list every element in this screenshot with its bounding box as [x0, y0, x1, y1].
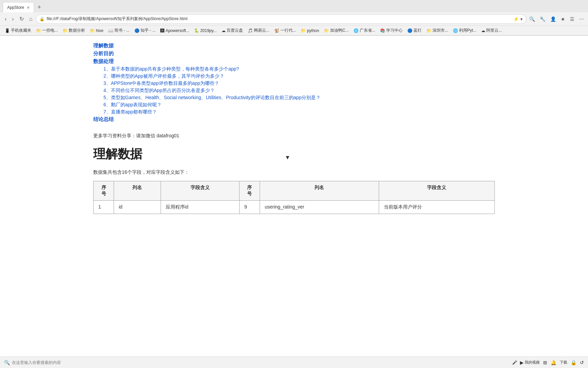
bookmark-icon: 📚 — [380, 28, 385, 33]
bookmark-label: 网易云... — [254, 28, 270, 33]
bookmark-label: 一行代... — [280, 28, 296, 33]
bookmark-aliyun[interactable]: ☁ 阿里云... — [479, 27, 504, 34]
bookmark-icon: 📁 — [301, 28, 306, 33]
toc-heading-conclusion[interactable]: 结论总结 — [93, 116, 495, 123]
menu-button[interactable]: ⋯ — [578, 16, 585, 22]
bookmark-guangdong[interactable]: 🌐 广东省... — [352, 27, 377, 34]
bookmark-label: 加油鸭C... — [330, 28, 349, 33]
share-text: 更多学习资料分享：请加微信 datafrog01 — [93, 133, 495, 139]
bookmarks-bar: 📱 手机收藏夹 📁 一些电... 📁 数据分析 📁 hive 📖 简书 - ..… — [0, 26, 588, 35]
address-bar[interactable]: 🔒 file:///F:/dataFrog/录制视频/Apowersoft/知乎… — [36, 14, 526, 24]
toc-item-1[interactable]: 1、基于本数据的app共有多少种类型，每种类型各有多少个app? — [103, 66, 495, 72]
toc-heading-processing[interactable]: 数据处理 — [93, 58, 495, 65]
bookmark-icon: 📁 — [90, 28, 95, 33]
profile-button[interactable]: 👤 — [549, 16, 557, 22]
bookmark-lantern[interactable]: 🔵 蓝灯 — [405, 27, 424, 34]
lock-icon: 🔒 — [39, 17, 45, 21]
bookmark-label: 简书 - ... — [114, 28, 130, 33]
bookmark-some[interactable]: 📁 一些电... — [34, 27, 60, 34]
browser-chrome: AppStore × + ‹ › ↻ ⌂ 🔒 file:///F:/dataFr… — [0, 0, 588, 36]
bookmark-shenzhen[interactable]: 📁 深圳市... — [424, 27, 450, 34]
header-col1: 列名 — [114, 181, 161, 201]
reload-button[interactable]: ↻ — [17, 14, 26, 24]
extensions-button[interactable]: 🔧 — [538, 16, 547, 22]
toc-item-5[interactable]: 5、类型如Games、Health、Social networking、Util… — [103, 95, 495, 101]
bookmark-label: 百度云盘 — [227, 28, 243, 33]
new-tab-button[interactable]: + — [35, 2, 44, 12]
toc-item-2[interactable]: 2、哪种类型的App被用户评价最多，其平均评价为多少？ — [103, 73, 495, 79]
bookmark-icon: 🔵 — [134, 28, 140, 33]
bookmark-label: 利用Pyt... — [459, 28, 476, 33]
bookmark-jiayouc[interactable]: 📁 加油鸭C... — [322, 27, 351, 34]
favorites-button[interactable]: ★ — [559, 16, 567, 22]
toc-list: 1、基于本数据的app共有多少种类型，每种类型各有多少个app? 2、哪种类型的… — [103, 66, 495, 115]
tab-title: AppStore — [7, 5, 24, 10]
bookmark-icon: 📁 — [324, 28, 329, 33]
bookmark-icon: 🎵 — [248, 28, 253, 33]
toc-section: 理解数据 分析目的 数据处理 1、基于本数据的app共有多少种类型，每种类型各有… — [93, 43, 495, 123]
bookmark-apowersoft[interactable]: 🅰 Apowersoft... — [158, 28, 191, 34]
toc-item-7[interactable]: 7、直播类app都有哪些？ — [103, 109, 495, 115]
bookmark-label: 蓝灯 — [413, 28, 422, 33]
tab-close-icon[interactable]: × — [27, 5, 30, 10]
bookmark-icon: 🔵 — [407, 28, 412, 33]
bookmark-label: 知乎 - ... — [141, 28, 156, 33]
bookmark-label: 数据分析 — [69, 28, 85, 33]
bookmark-label: 阿里云... — [486, 28, 502, 33]
lightning-icon[interactable]: ⚡ — [513, 16, 519, 22]
bookmark-hive[interactable]: 📁 hive — [88, 28, 105, 34]
bookmark-label: 广东省... — [360, 28, 375, 33]
browser-action-buttons: 🔍 🔧 👤 ★ ☰ ⋯ — [528, 16, 585, 22]
toc-heading-understand[interactable]: 理解数据 — [93, 43, 495, 49]
header-meaning2: 字段含义 — [379, 181, 494, 201]
bookmark-mobile[interactable]: 📱 手机收藏夹 — [3, 27, 33, 34]
navigation-toolbar: ‹ › ↻ ⌂ 🔒 file:///F:/dataFrog/录制视频/Apowe… — [0, 12, 588, 26]
section-desc: 数据集共包含16个字段，对应字段含义如下： — [93, 169, 495, 175]
home-button[interactable]: ⌂ — [27, 15, 35, 24]
cell-col2: usering_rating_ver — [260, 201, 379, 214]
bookmark-icon: 📱 — [5, 28, 10, 33]
section-title: 理解数据 — [93, 146, 495, 163]
toc-item-6[interactable]: 6、鹅厂的app表现如何呢？ — [103, 102, 495, 108]
bookmark-baidu-cloud[interactable]: ☁ 百度云盘 — [219, 27, 245, 34]
bookmark-label: 2019py... — [200, 28, 216, 33]
bookmark-icon: 🐒 — [274, 28, 279, 33]
bookmark-label: 学习中心 — [386, 28, 403, 33]
bookmark-2019py[interactable]: 🐍 2019py... — [192, 28, 218, 34]
header-num2: 序号 — [239, 181, 260, 201]
forward-button[interactable]: › — [10, 15, 16, 24]
bookmark-label: hive — [96, 28, 103, 33]
active-tab[interactable]: AppStore × — [3, 2, 34, 12]
bookmark-icon: 🌐 — [453, 28, 458, 33]
bookmark-python[interactable]: 📁 python — [299, 28, 321, 34]
dropdown-icon[interactable]: ▾ — [520, 16, 523, 22]
back-button[interactable]: ‹ — [3, 15, 9, 24]
toc-heading-analysis[interactable]: 分析目的 — [93, 50, 495, 57]
page-content: 理解数据 分析目的 数据处理 1、基于本数据的app共有多少种类型，每种类型各有… — [73, 36, 515, 241]
bookmark-label: python — [307, 28, 319, 33]
toc-item-4[interactable]: 4、不同价位不同类型的App所占的百分比各是多少？ — [103, 88, 495, 94]
header-col2: 列名 — [260, 181, 379, 201]
bookmark-label: 深圳市... — [432, 28, 448, 33]
toc-item-3[interactable]: 3、APPStore中各类型app评价数目最多的app为哪些？ — [103, 80, 495, 87]
bookmark-data-analysis[interactable]: 📁 数据分析 — [61, 27, 87, 34]
table-header-row: 序号 列名 字段含义 序号 列名 字段含义 — [94, 181, 495, 201]
bookmark-jianshu[interactable]: 📖 简书 - ... — [106, 27, 132, 34]
bookmark-icon: 🐍 — [194, 28, 199, 33]
collections-button[interactable]: ☰ — [569, 16, 576, 22]
cell-num2: 9 — [239, 201, 260, 214]
bookmark-yihangg[interactable]: 🐒 一行代... — [272, 27, 298, 34]
bookmark-label: 手机收藏夹 — [11, 28, 31, 33]
header-meaning1: 字段含义 — [161, 181, 239, 201]
tab-bar: AppStore × + — [0, 0, 588, 12]
bookmark-netease[interactable]: 🎵 网易云... — [246, 27, 272, 34]
address-bar-actions: ⚡ ▾ — [513, 16, 523, 22]
bookmark-liyong[interactable]: 🌐 利用Pyt... — [451, 27, 478, 34]
bookmark-icon: 🌐 — [354, 28, 359, 33]
bookmark-icon: 🅰 — [160, 28, 164, 33]
search-button[interactable]: 🔍 — [528, 16, 536, 22]
bookmark-learning[interactable]: 📚 学习中心 — [378, 27, 405, 34]
bookmark-zhihu[interactable]: 🔵 知乎 - ... — [132, 27, 158, 34]
cell-col1: id — [114, 201, 161, 214]
bookmark-icon: 📁 — [36, 28, 41, 33]
